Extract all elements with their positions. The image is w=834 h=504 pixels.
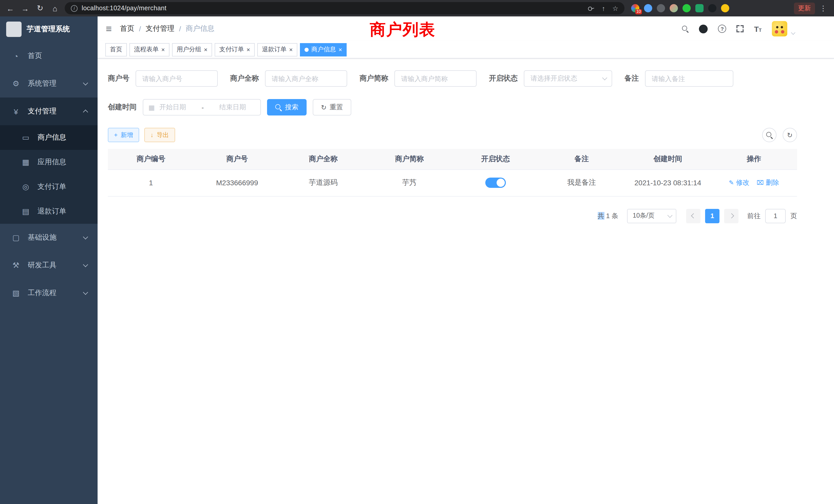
sidebar-item-payment[interactable]: ¥ 支付管理	[0, 97, 97, 125]
col-header-remark: 备注	[539, 149, 625, 169]
start-date-placeholder: 开始日期	[159, 102, 186, 112]
refresh-table-button[interactable]: ↻	[783, 128, 797, 142]
tab-refund-order[interactable]: 退款订单 ×	[257, 43, 297, 56]
search-icon	[275, 104, 282, 111]
reload-icon[interactable]: ↻	[35, 4, 45, 13]
select-placeholder: 请选择开启状态	[530, 74, 577, 83]
tab-merchant-info[interactable]: 商户信息 ×	[300, 43, 347, 56]
site-info-icon[interactable]: i	[71, 5, 78, 12]
hamburger-icon[interactable]: ≡	[106, 23, 112, 35]
sidebar-item-refund-order[interactable]: ▤ 退款订单	[0, 199, 97, 224]
goto-page-input[interactable]	[765, 209, 786, 223]
browser-update-button[interactable]: 更新	[794, 2, 815, 14]
col-header-merchant-no: 商户号	[194, 149, 280, 169]
back-icon[interactable]: ←	[5, 4, 16, 13]
font-size-icon[interactable]: TT	[754, 24, 762, 33]
sidebar-item-label: 商户信息	[38, 133, 66, 142]
search-icon[interactable]	[682, 25, 689, 32]
delete-link[interactable]: ⌧ 删除	[756, 178, 779, 187]
export-button[interactable]: ↓ 导出	[144, 128, 175, 142]
status-select[interactable]: 请选择开启状态	[524, 70, 612, 87]
sidebar-item-label: 支付订单	[38, 182, 66, 191]
sidebar-item-system[interactable]: ⚙ 系统管理	[0, 70, 97, 97]
bank-card-icon: ▭	[21, 133, 31, 142]
toggle-search-button[interactable]	[762, 128, 776, 142]
help-icon[interactable]: ?	[718, 25, 726, 33]
tab-close-icon[interactable]: ×	[204, 46, 207, 53]
sidebar-item-merchant-info[interactable]: ▭ 商户信息	[0, 125, 97, 150]
merchant-no-input[interactable]	[136, 70, 218, 87]
workflow-icon: ▧	[11, 289, 21, 298]
sidebar-item-dev-tools[interactable]: ⚒ 研发工具	[0, 251, 97, 279]
filter-label: 商户简称	[359, 74, 388, 83]
chevron-down-icon	[602, 75, 607, 80]
extension-icon-4[interactable]	[670, 4, 678, 12]
next-page-button[interactable]	[724, 209, 739, 223]
tab-home[interactable]: 首页	[105, 43, 127, 56]
sidebar-item-label: 工作流程	[28, 289, 57, 298]
tab-pay-order[interactable]: 支付订单 ×	[215, 43, 255, 56]
app-logo[interactable]: 芋道管理系统	[0, 17, 97, 42]
github-icon[interactable]	[699, 24, 708, 33]
sidebar-item-app-info[interactable]: ▦ 应用信息	[0, 150, 97, 175]
remark-input[interactable]	[645, 70, 733, 87]
home-icon[interactable]: ⌂	[50, 4, 60, 13]
breadcrumb-item[interactable]: 首页	[120, 24, 134, 33]
filter-label: 商户号	[108, 74, 129, 83]
breadcrumb-item[interactable]: 支付管理	[146, 24, 174, 33]
extension-icon-3[interactable]	[657, 4, 665, 12]
extension-icon-8[interactable]	[721, 4, 729, 12]
prev-page-button[interactable]	[686, 209, 701, 223]
extension-icon-6[interactable]	[695, 4, 704, 12]
address-bar-actions: ↑ ☆	[588, 4, 618, 12]
sidebar-item-pay-order[interactable]: ◎ 支付订单	[0, 175, 97, 199]
extension-badge: 10	[635, 9, 642, 14]
col-header-full-name: 商户全称	[280, 149, 367, 169]
cell-remark: 我是备注	[539, 169, 625, 196]
tab-bar: 首页 流程表单 × 用户分组 × 支付订单 × 退款订单 ×	[97, 41, 834, 59]
tab-close-icon[interactable]: ×	[161, 46, 165, 53]
status-toggle[interactable]	[485, 178, 506, 188]
search-button[interactable]: 搜索	[267, 99, 307, 115]
extension-icon-7[interactable]	[708, 4, 717, 12]
date-range-picker[interactable]: ▦ 开始日期 - 结束日期	[143, 99, 261, 115]
full-name-input[interactable]	[265, 70, 347, 87]
app-title: 芋道管理系统	[27, 25, 70, 34]
bookmark-star-icon[interactable]: ☆	[612, 4, 618, 12]
reset-button[interactable]: ↻ 重置	[313, 99, 351, 115]
sidebar-item-home[interactable]: ◔ 首页	[0, 42, 97, 70]
avatar[interactable]	[772, 21, 787, 37]
fullscreen-icon[interactable]	[737, 25, 744, 32]
browser-menu-icon[interactable]: ⋮	[820, 4, 827, 12]
pagination-total-rest: 1 条	[604, 212, 618, 220]
cell-short-name: 芋艿	[367, 169, 453, 196]
share-icon[interactable]: ↑	[602, 4, 605, 12]
page-number-current[interactable]: 1	[705, 209, 720, 223]
sidebar-item-infrastructure[interactable]: ▢ 基础设施	[0, 224, 97, 251]
forward-icon[interactable]: →	[20, 4, 30, 13]
edit-link[interactable]: ✎ 修改	[729, 178, 749, 187]
sidebar-item-label: 应用信息	[38, 158, 66, 167]
add-button[interactable]: + 新增	[108, 128, 139, 142]
extension-icon-5[interactable]	[682, 4, 691, 12]
short-name-input[interactable]	[394, 70, 477, 87]
tab-user-group[interactable]: 用户分组 ×	[172, 43, 212, 56]
extension-icon-1[interactable]: 10	[631, 4, 639, 12]
tab-close-icon[interactable]: ×	[246, 46, 250, 53]
sidebar-item-workflow[interactable]: ▧ 工作流程	[0, 279, 97, 307]
filter-row-1: 商户号 商户全称 商户简称 开启状态 请选择开启状态	[108, 70, 797, 87]
page-size-value: 10条/页	[633, 211, 655, 220]
cell-status	[453, 169, 539, 196]
tab-close-icon[interactable]: ×	[289, 46, 293, 53]
table-settings: ↻	[762, 128, 797, 142]
avatar-caret-icon[interactable]	[791, 30, 795, 35]
chevron-left-icon	[691, 213, 696, 219]
extension-icon-2[interactable]	[644, 4, 652, 12]
tab-process-form[interactable]: 流程表单 ×	[129, 43, 170, 56]
password-key-icon[interactable]	[588, 5, 595, 12]
filter-merchant-no: 商户号	[108, 70, 218, 87]
address-bar[interactable]: i localhost:1024/pay/merchant ↑ ☆	[65, 2, 624, 14]
calendar-icon: ▦	[148, 104, 155, 111]
page-size-select[interactable]: 10条/页	[627, 209, 676, 223]
tab-close-icon[interactable]: ×	[338, 46, 342, 53]
